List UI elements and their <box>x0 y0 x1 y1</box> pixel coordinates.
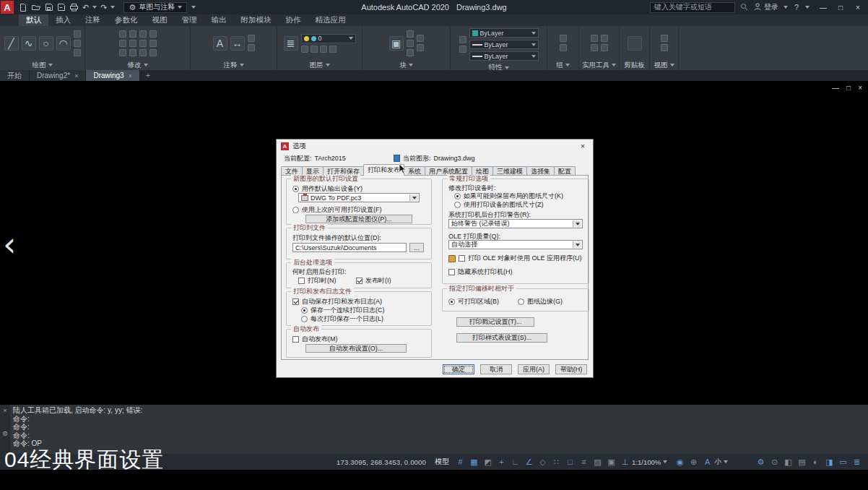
undo-caret-icon[interactable] <box>92 6 97 9</box>
customize-command-icon[interactable]: ⚙ <box>2 430 8 437</box>
signin-button[interactable]: 登录 <box>753 2 778 12</box>
stretch-tool-icon[interactable] <box>119 49 126 56</box>
insert-block-icon[interactable]: ▣ <box>389 36 404 51</box>
panel-label-block[interactable]: 块 <box>363 60 450 70</box>
ribbon-tab-manage[interactable]: 管理 <box>175 14 204 26</box>
snap-icon[interactable]: ▦ <box>469 457 479 467</box>
annotation-text-size[interactable]: 小 <box>714 457 728 467</box>
ellipse-tool-icon[interactable] <box>74 40 81 47</box>
check-ole-application[interactable]: 打印 OLE 对象时使用 OLE 应用程序(U) <box>448 254 582 263</box>
browse-button[interactable]: ... <box>409 243 424 252</box>
fillet-tool-icon[interactable] <box>139 40 147 47</box>
save-icon[interactable] <box>45 3 53 12</box>
arc-tool-icon[interactable]: ◠ <box>56 36 71 51</box>
leader-tool-icon[interactable] <box>248 35 255 42</box>
autoscale-icon[interactable]: ⊕ <box>688 457 699 467</box>
dropdown-arrow-icon[interactable] <box>573 220 581 227</box>
search-icon[interactable] <box>740 3 748 12</box>
minimize-icon[interactable]: — <box>815 0 832 14</box>
spool-alert-dropdown[interactable]: 始终警告 (记录错误) <box>448 219 583 228</box>
hatch-tool-icon[interactable] <box>74 49 81 56</box>
linetype-dropdown[interactable]: ByLayer <box>469 51 539 61</box>
check-background-plotting[interactable]: 打印时(N) <box>298 276 337 285</box>
rectangle-tool-icon[interactable] <box>74 30 81 38</box>
viewcube-toggle-icon[interactable] <box>661 44 668 51</box>
move-tool-icon[interactable] <box>119 30 126 38</box>
polar-tracking-icon[interactable]: ∠ <box>524 457 534 467</box>
layer-isolate-icon[interactable] <box>311 46 318 53</box>
sync-attributes-icon[interactable] <box>417 44 424 51</box>
check-auto-publish[interactable]: 自动发布(M) <box>292 335 338 344</box>
array-tool-icon[interactable] <box>139 49 147 56</box>
block-attributes-icon[interactable] <box>407 49 414 56</box>
trim-tool-icon[interactable] <box>139 30 147 38</box>
match-properties-icon[interactable] <box>459 36 466 43</box>
new-file-icon[interactable] <box>19 3 27 12</box>
dynamic-ucs-icon[interactable]: ⊥ <box>620 457 630 467</box>
ribbon-tab-output[interactable]: 输出 <box>204 14 234 26</box>
ribbon-tab-collaborate[interactable]: 协作 <box>279 14 308 26</box>
apply-button[interactable]: 应用(A) <box>518 364 550 374</box>
object-snap-tracking-icon[interactable]: ∷ <box>551 457 562 467</box>
panel-label-draw[interactable]: 绘图 <box>0 60 84 70</box>
edit-block-icon[interactable] <box>407 40 414 47</box>
annotation-visibility-icon[interactable]: ◉ <box>674 457 685 467</box>
workspace-gear-icon[interactable]: ⚙ <box>755 457 766 467</box>
plot-icon[interactable] <box>69 3 79 12</box>
panel-label-view[interactable]: 视图 <box>650 60 678 70</box>
cancel-button[interactable]: 取消 <box>480 364 512 374</box>
help-caret-icon[interactable] <box>805 6 810 9</box>
dropdown-arrow-icon[interactable] <box>409 194 418 201</box>
explode-tool-icon[interactable] <box>149 40 157 47</box>
annotation-scale-icon[interactable]: A <box>702 457 713 466</box>
plot-file-location-input[interactable]: C:\Users\Suzuki\Documents <box>292 243 407 252</box>
transparency-icon[interactable]: ▨ <box>592 457 603 467</box>
ucs-icon-toggle[interactable] <box>661 35 668 42</box>
ok-button[interactable]: 确定 <box>443 364 474 374</box>
layer-off-icon[interactable] <box>301 46 308 53</box>
ribbon-tab-home[interactable]: 默认 <box>19 14 48 26</box>
auto-publish-settings-button[interactable]: 自动发布设置(O)... <box>305 344 407 353</box>
layer-match-icon[interactable] <box>329 46 337 53</box>
layer-properties-icon[interactable]: ≣ <box>284 36 298 51</box>
panel-label-layers[interactable]: 图层 <box>277 60 362 70</box>
doc-close-icon[interactable]: × <box>858 84 862 92</box>
customize-icon[interactable]: ≣ <box>851 457 862 467</box>
file-tab-drawing2[interactable]: Drawing2* × <box>30 70 86 81</box>
radio-log-per-plot[interactable]: 每次打印保存一个日志(L) <box>301 314 383 324</box>
ole-quality-dropdown[interactable]: 自动选择 <box>448 240 583 249</box>
quick-calc-icon[interactable] <box>601 35 608 42</box>
polyline-tool-icon[interactable]: ∿ <box>22 36 36 51</box>
default-device-dropdown[interactable]: DWG To PDF.pc3 <box>298 193 420 202</box>
model-space-button[interactable]: 模型 <box>435 457 449 467</box>
offset-tool-icon[interactable] <box>149 49 157 56</box>
infer-constraints-icon[interactable]: ◩ <box>482 457 493 467</box>
close-tab-icon[interactable]: × <box>74 72 78 79</box>
ungroup-icon[interactable] <box>560 44 567 51</box>
radio-paper-edge[interactable]: 图纸边缘(G) <box>518 297 563 306</box>
selection-cycling-icon[interactable]: ▣ <box>606 457 617 467</box>
coordinates-readout[interactable]: 173.3095, 268.3453, 0.0000 <box>337 458 426 466</box>
mirror-tool-icon[interactable] <box>129 40 136 47</box>
help-button[interactable]: 帮助(H) <box>555 364 587 374</box>
ribbon-tab-annotate[interactable]: 注释 <box>78 14 108 26</box>
clean-screen-icon[interactable]: ▭ <box>838 457 849 467</box>
annotation-monitor-icon[interactable]: ⊙ <box>769 457 780 467</box>
new-tab-icon[interactable]: + <box>140 70 156 81</box>
dialog-titlebar[interactable]: A 选项 × <box>277 139 593 152</box>
properties-palette-icon[interactable] <box>459 46 466 53</box>
units-icon[interactable]: ◧ <box>783 457 794 467</box>
prev-chevron-icon[interactable]: ‹ <box>3 230 16 259</box>
maximize-icon[interactable]: □ <box>832 0 849 14</box>
annotation-scale-display[interactable]: 1:1/100% <box>632 458 667 466</box>
close-command-icon[interactable]: × <box>3 407 6 414</box>
panel-label-utilities[interactable]: 实用工具 <box>579 60 619 70</box>
quick-select-icon[interactable] <box>591 44 598 51</box>
add-plotter-button[interactable]: 添加或配置绘图仪(P)... <box>305 215 412 223</box>
help-icon[interactable]: ? <box>793 3 800 12</box>
graphics-performance-icon[interactable]: ◨ <box>824 457 835 467</box>
radio-printable-area[interactable]: 可打印区域(B) <box>448 297 499 306</box>
lineweight-dropdown[interactable]: ByLayer <box>469 40 539 49</box>
grid-icon[interactable]: # <box>455 457 466 466</box>
lineweight-icon[interactable]: ≡ <box>578 457 589 466</box>
